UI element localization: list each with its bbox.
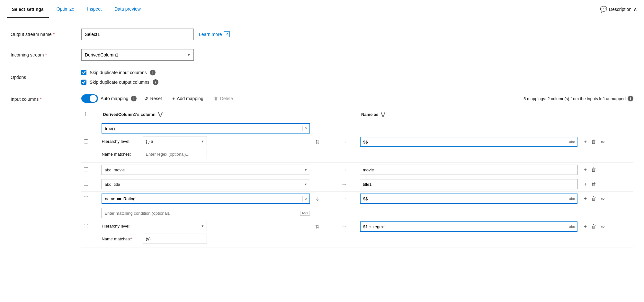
reset-button[interactable]: ↺ Reset [142,94,165,103]
reset-icon: ↺ [144,96,148,101]
skip-duplicate-output-info-icon[interactable]: i [153,79,158,85]
row5-check [81,206,99,247]
row1-add-button[interactable]: + [583,138,588,146]
name-as-filter-icon[interactable]: ⋁ [381,111,385,117]
header-source: DerivedColumn1's column ⋁ [99,108,313,121]
row3-condition-select[interactable]: abc title [102,179,310,189]
row1-delete-button[interactable]: 🗑 [590,138,598,146]
output-stream-input[interactable] [81,29,194,40]
row1-hierarchy-select[interactable]: { } a [143,136,207,146]
row4-checkbox[interactable] [84,196,88,200]
main-content: Output stream name* Learn more ↗ Incomin… [0,18,644,267]
row4-delete-button[interactable]: 🗑 [590,194,598,203]
row3-add-button[interactable]: + [583,180,588,188]
row4-arrow: → [331,192,357,206]
row5-add-button[interactable]: + [583,222,588,231]
row1-condition-input[interactable] [102,125,302,133]
row2-add-button[interactable]: + [583,166,588,174]
row4-name-as-input[interactable] [361,195,567,203]
row1-expand: ⇅ [313,121,330,163]
row2-condition-select[interactable]: abc movie [102,165,310,175]
row1-actions: + 🗑 ∞ [580,121,633,163]
tab-actions: 💬 Description ∧ [600,6,637,13]
row3-check [81,177,99,192]
add-mapping-button[interactable]: + Add mapping [170,94,206,103]
skip-duplicate-input-label: Skip duplicate input columns [90,70,147,75]
row1-name-matches-row: Name matches: [102,148,310,160]
row5-delete-button[interactable]: 🗑 [590,222,598,231]
row3-expand [313,177,330,192]
row1-checkbox[interactable] [84,139,88,143]
table-header: DerivedColumn1's column ⋁ Name as ⋁ [81,108,633,121]
tab-data-preview[interactable]: Data preview [109,1,146,17]
row4-check [81,192,99,206]
skip-duplicate-input-checkbox[interactable] [81,70,86,75]
incoming-stream-row: Incoming stream* DerivedColumn1 [11,49,633,61]
row1-condition-tag: ✕ [302,126,309,131]
row3-checkbox[interactable] [84,182,88,186]
learn-more-link[interactable]: Learn more ↗ [199,31,230,37]
delete-button[interactable]: 🗑 Delete [211,94,236,103]
skip-duplicate-output-checkbox[interactable] [81,80,86,85]
description-button[interactable]: 💬 Description ∧ [600,6,637,13]
row1-check [81,121,99,163]
input-columns-label: Input columns* [11,94,81,102]
row5-name-matches-input[interactable] [143,234,207,244]
source-filter-icon[interactable]: ⋁ [158,111,162,117]
row5-hierarchy-label: Hierarchy level: [102,224,140,229]
row5-condition-wrapper: ANY [102,208,310,218]
row3-delete-button[interactable]: 🗑 [590,180,598,188]
header-expand [313,108,330,121]
row2-checkbox[interactable] [84,167,88,171]
add-icon: + [172,96,175,101]
row3-name-as-input[interactable] [360,179,577,189]
row4-link-button[interactable]: ∞ [600,194,606,203]
row1-expand-icon[interactable]: ⇅ [315,139,319,145]
table-row: ✕ ⇓ → [81,192,633,206]
row4-action-buttons: + 🗑 ∞ [583,194,631,203]
row1-name-as-input[interactable] [361,138,567,146]
row2-action-buttons: + 🗑 [583,166,631,174]
row4-source: ✕ [99,192,313,206]
row1-link-button[interactable]: ∞ [600,138,606,146]
output-stream-control: Learn more ↗ [81,29,230,40]
row2-name-as-input[interactable] [360,165,577,175]
row5-checkbox[interactable] [84,224,88,228]
row3-source: abc title [99,177,313,192]
tab-select-settings[interactable]: Select settings [7,1,49,18]
description-label: Description [609,7,631,12]
row2-actions: + 🗑 [580,163,633,177]
row5-name-as-input[interactable] [361,223,567,231]
row1-name-matches-input[interactable] [143,149,207,159]
row1-name-as-tag: abc [567,139,577,144]
row2-arrow: → [331,163,357,177]
auto-mapping-toggle[interactable] [81,94,98,103]
tab-bar: Select settings Optimize Inspect Data pr… [0,0,644,18]
chevron-up-icon: ∧ [633,6,637,12]
row5-expand-icon[interactable]: ⇅ [315,224,319,229]
mapping-table: DerivedColumn1's column ⋁ Name as ⋁ [81,108,633,247]
incoming-stream-select[interactable]: DerivedColumn1 [81,49,194,61]
row5-source: ANY Hierarchy level: [99,206,313,247]
row5-hierarchy-select[interactable] [143,221,207,231]
table-row: ✕ Hierarchy level: { } a [81,121,633,163]
input-columns-required: * [40,97,41,102]
row4-add-button[interactable]: + [583,194,588,203]
row4-name-as: abc [357,192,580,206]
row5-link-button[interactable]: ∞ [600,222,606,231]
skip-duplicate-input-info-icon[interactable]: i [150,70,156,75]
select-all-checkbox[interactable] [85,112,89,116]
options-label: Options [11,75,81,80]
auto-mapping-info-icon[interactable]: i [131,96,137,101]
row4-name-as-tag: abc [567,196,577,201]
row4-expand-icon[interactable]: ⇓ [315,196,319,202]
row5-condition-input[interactable] [102,209,299,217]
tab-optimize[interactable]: Optimize [51,1,79,17]
row2-delete-button[interactable]: 🗑 [590,166,598,174]
row5-name-matches-label: Name matches:* [102,237,140,241]
row4-condition-input[interactable] [102,195,302,203]
tab-inspect[interactable]: Inspect [82,1,107,17]
mappings-info-icon[interactable]: i [628,96,633,101]
incoming-stream-label: Incoming stream* [11,52,81,57]
row3-name-as [357,177,580,192]
